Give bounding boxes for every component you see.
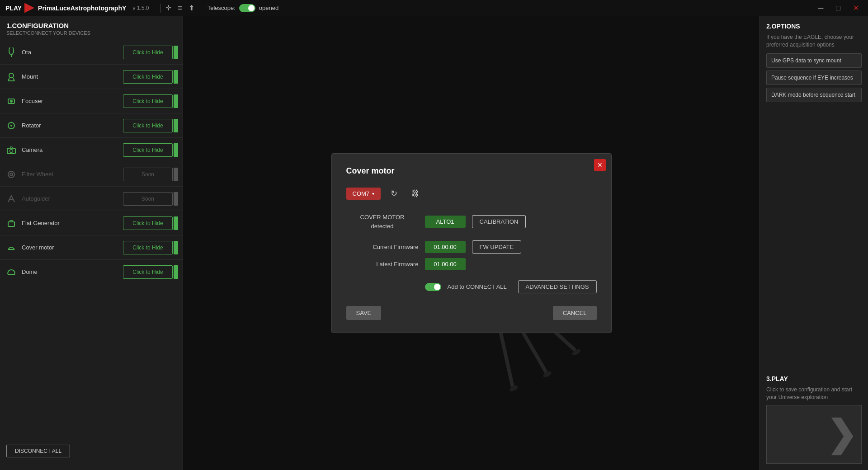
filter-button[interactable]: Soon [123, 168, 173, 181]
app-name: PrimaLuceAstrophotographY [38, 5, 126, 12]
play-arrow-container[interactable]: ❯ [766, 405, 862, 464]
autoguider-button[interactable]: Soon [123, 192, 173, 206]
device-row-flat: Flat Generator Click to Hide [0, 211, 183, 235]
device-row-dome: Dome Click to Hide [0, 260, 183, 284]
autoguider-name: Autoguider [22, 195, 123, 202]
camera-name: Camera [22, 146, 123, 153]
autoguider-indicator [174, 192, 178, 206]
fw-update-button[interactable]: FW UPDATE [472, 240, 522, 254]
flat-indicator [174, 216, 178, 230]
play-section: 3.PLAY Click to save configuration and s… [766, 375, 862, 464]
current-firmware-value: 01.00.00 [425, 241, 466, 253]
device-row-mount: Mount Click to Hide [0, 65, 183, 89]
telescope-label: Telescope: [208, 5, 236, 11]
rotator-name: Rotator [22, 122, 123, 129]
close-button[interactable]: ✕ [849, 3, 863, 13]
svg-line-4 [13, 78, 14, 81]
svg-point-2 [9, 73, 14, 78]
play-label: PLAY [5, 5, 22, 12]
svg-point-11 [10, 149, 13, 152]
filter-indicator [174, 168, 178, 181]
cover-name: Cover motor [22, 244, 123, 251]
save-button[interactable]: SAVE [346, 306, 382, 320]
titlebar-divider2 [201, 4, 201, 13]
focuser-icon [5, 96, 18, 106]
rotator-button[interactable]: Click to Hide [123, 119, 173, 132]
sidebar-section-subtitle: SELECT/CONNECT YOUR DEVICES [0, 30, 183, 40]
device-row-filter: Filter Wheel Soon [0, 162, 183, 187]
options-section: 2.OPTIONS If you have the EAGLE, choose … [766, 23, 862, 105]
export-icon[interactable]: ⬆ [189, 4, 194, 12]
mount-button[interactable]: Click to Hide [123, 70, 173, 84]
cursor-icon[interactable]: ✛ [165, 4, 171, 12]
sidebar: 1.CONFIGURATION SELECT/CONNECT YOUR DEVI… [0, 16, 183, 470]
cover-indicator [174, 241, 178, 254]
current-firmware-row: Current Firmware 01.00.00 FW UPDATE [346, 240, 597, 254]
advanced-settings-button[interactable]: ADVANCED SETTINGS [518, 280, 597, 293]
add-connect-toggle[interactable] [425, 283, 441, 291]
chain-button[interactable]: ⛓ [407, 187, 423, 200]
svg-point-0 [9, 47, 14, 55]
ota-button[interactable]: Click to Hide [123, 46, 173, 59]
dome-icon [5, 267, 18, 277]
dome-button[interactable]: Click to Hide [123, 265, 173, 279]
main-layout: 1.CONFIGURATION SELECT/CONNECT YOUR DEVI… [0, 16, 868, 470]
latest-firmware-label: Latest Firmware [346, 261, 419, 268]
cover-icon [5, 243, 18, 253]
camera-indicator [174, 143, 178, 157]
cover-button[interactable]: Click to Hide [123, 241, 173, 254]
play-subtitle: Click to save configuration and start yo… [766, 386, 862, 401]
disconnect-bar: DISCONNECT ALL [0, 437, 183, 465]
focuser-button[interactable]: Click to Hide [123, 94, 173, 108]
flat-button[interactable]: Click to Hide [123, 216, 173, 230]
play-title: 3.PLAY [766, 375, 862, 382]
modal-close-button[interactable]: ✕ [594, 159, 606, 171]
reload-button[interactable]: ↻ [387, 187, 401, 200]
focuser-name: Focuser [22, 98, 123, 104]
flat-icon [5, 218, 18, 228]
gps-sync-button[interactable]: Use GPS data to sync mount [766, 53, 862, 68]
camera-icon [5, 145, 18, 155]
com-chevron-icon: ▾ [372, 191, 374, 196]
svg-point-7 [10, 100, 13, 103]
dome-indicator [174, 265, 178, 279]
disconnect-all-button[interactable]: DISCONNECT ALL [6, 445, 70, 457]
device-row-ota: Ota Click to Hide [0, 40, 183, 65]
pause-sequence-button[interactable]: Pause sequence if EYE increases [766, 70, 862, 85]
alto1-button[interactable]: ALTO1 [425, 216, 466, 228]
svg-line-3 [8, 78, 9, 81]
device-row-camera: Camera Click to Hide [0, 138, 183, 162]
device-row-cover: Cover motor Click to Hide [0, 235, 183, 260]
ota-name: Ota [22, 49, 123, 56]
add-connect-row: Add to CONNECT ALL ADVANCED SETTINGS [346, 280, 597, 293]
minimize-button[interactable]: ─ [815, 3, 827, 13]
dark-mode-button[interactable]: DARK mode before sequence start [766, 88, 862, 102]
latest-firmware-value: 01.00.00 [425, 258, 466, 270]
filter-name: Filter Wheel [22, 171, 123, 178]
titlebar: PLAY PrimaLuceAstrophotographY v 1.5.0 ✛… [0, 0, 868, 16]
camera-button[interactable]: Click to Hide [123, 143, 173, 157]
telescope-toggle[interactable] [239, 4, 255, 12]
maximize-button[interactable]: □ [832, 3, 844, 13]
toolbar-icons: ✛ ≡ ⬆ [165, 4, 194, 12]
options-title: 2.OPTIONS [766, 23, 862, 30]
modal-overlay: Cover motor ✕ COM7 ▾ ↻ ⛓ COVER MOTOR det… [183, 16, 760, 470]
play-icon [24, 3, 34, 13]
dome-name: Dome [22, 268, 123, 275]
device-row-focuser: Focuser Click to Hide [0, 89, 183, 113]
settings-icon[interactable]: ≡ [178, 4, 182, 12]
play-arrow-icon: ❯ [826, 416, 857, 452]
com-port-button[interactable]: COM7 ▾ [346, 188, 381, 200]
mount-indicator [174, 70, 178, 84]
cover-detected-row: COVER MOTOR detected ALTO1 CALIBRATION [346, 213, 597, 230]
telescope-status: opened [259, 5, 278, 11]
modal-footer: SAVE CANCEL [346, 306, 597, 320]
com-port-value: COM7 [353, 190, 370, 197]
ota-icon [5, 47, 18, 57]
cancel-button[interactable]: CANCEL [553, 306, 597, 320]
right-panel: 2.OPTIONS If you have the EAGLE, choose … [760, 16, 868, 470]
window-controls: ─ □ ✕ [815, 3, 863, 13]
mount-name: Mount [22, 73, 123, 80]
calibration-button[interactable]: CALIBRATION [472, 215, 526, 228]
device-row-autoguider: Autoguider Soon [0, 187, 183, 211]
